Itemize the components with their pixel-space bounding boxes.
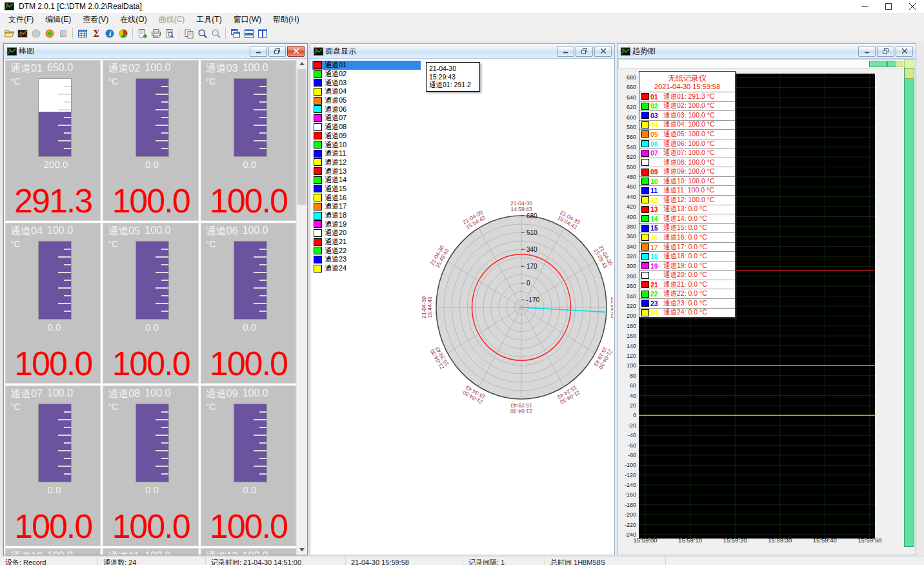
cascade-windows-icon[interactable]: [229, 27, 241, 39]
channel-list-item[interactable]: 通道16: [312, 193, 421, 202]
channel-list-item[interactable]: 通道02: [312, 70, 421, 79]
hscroll-thumb[interactable]: [869, 61, 887, 67]
trend-window-minimize-button[interactable]: [858, 46, 876, 57]
legend-channel-number: 15: [650, 224, 663, 232]
tile-vertical-icon[interactable]: [256, 27, 268, 39]
channel-list-item[interactable]: 通道08: [312, 123, 421, 132]
menu-item-2[interactable]: 编辑(E): [39, 13, 77, 26]
channel-list-item[interactable]: 通道10: [312, 140, 421, 149]
gauge-tick: [58, 450, 71, 451]
scroll-up-button[interactable]: [297, 59, 307, 68]
channel-list-item[interactable]: 通道18: [312, 211, 421, 220]
print-icon[interactable]: [150, 27, 162, 39]
channel-list-item[interactable]: 通道14: [312, 176, 421, 185]
data-table-icon[interactable]: [76, 27, 88, 39]
scrollbar-thumb[interactable]: [297, 69, 306, 205]
channel-list-item[interactable]: 通道11: [312, 149, 421, 158]
disc-window-titlebar[interactable]: 圆盘显示: [310, 44, 614, 59]
legend-color-swatch: [641, 272, 649, 279]
menu-item-8[interactable]: 帮助(H): [267, 13, 305, 26]
open-folder-icon[interactable]: [3, 27, 15, 39]
info-icon[interactable]: i: [103, 27, 115, 39]
vscroll-thumb[interactable]: [905, 68, 914, 79]
menu-item-6[interactable]: 工具(T): [190, 13, 227, 26]
channel-list-item[interactable]: 通道09: [312, 132, 421, 141]
bar-gauge: [136, 241, 169, 320]
menu-item-7[interactable]: 窗口(W): [228, 13, 267, 26]
channel-list-item[interactable]: 通道13: [312, 167, 421, 176]
legend-channel-value: 通道20: 0.0 °C: [663, 271, 707, 280]
channel-list-item[interactable]: 通道03: [312, 78, 421, 87]
bar-window-scrollbar[interactable]: [296, 59, 307, 555]
bar-window-restore-button[interactable]: [268, 46, 286, 57]
channel-list-item[interactable]: 通道04: [312, 87, 421, 96]
channel-list-item[interactable]: 通道17: [312, 202, 421, 211]
trend-window-close-button[interactable]: [896, 46, 913, 57]
record-active-icon[interactable]: [43, 27, 55, 39]
bar-window-minimize-button[interactable]: [250, 46, 267, 57]
legend-channel-value: 通道05: 100.0 °C: [663, 130, 715, 139]
legend-color-swatch: [641, 291, 649, 298]
bar-window-close-button[interactable]: [287, 46, 305, 57]
channel-list-item[interactable]: 通道01: [312, 61, 421, 70]
channel-list-item[interactable]: 通道06: [312, 105, 421, 114]
legend-color-swatch: [641, 281, 649, 288]
legend-channel-number: 11: [650, 187, 663, 194]
menu-item-1[interactable]: 文件(F): [3, 13, 39, 26]
legend-channel-number: 06: [650, 140, 663, 148]
channel-list-item[interactable]: 通道15: [312, 185, 421, 194]
window-icon: [621, 46, 630, 56]
hscroll-button[interactable]: [895, 61, 903, 67]
channel-list-item[interactable]: 通道19: [312, 220, 421, 229]
maximize-button[interactable]: [876, 0, 900, 13]
trend-vertical-scrollbar[interactable]: [904, 68, 914, 547]
menu-item-4[interactable]: 在线(O): [114, 13, 152, 26]
close-button[interactable]: [900, 0, 924, 13]
channel-list-item[interactable]: 通道21: [312, 238, 421, 247]
y-axis-tick: 20: [618, 402, 636, 409]
copy-icon[interactable]: [183, 27, 195, 39]
window-icon: [314, 46, 323, 56]
channel-list-item[interactable]: 通道24: [312, 264, 421, 273]
legend-channel-value: 通道11: 100.0 °C: [663, 186, 714, 195]
disc-window-minimize-button[interactable]: [557, 46, 574, 57]
menu-item-3[interactable]: 查看(V): [77, 13, 114, 26]
legend-timestamp: 2021-04-30 15:59:58: [639, 83, 735, 92]
trend-window-titlebar[interactable]: 趋势图: [618, 44, 916, 59]
channel-color-swatch: [314, 220, 322, 228]
gauge-tick: [58, 140, 71, 141]
bar-window-titlebar[interactable]: 棒图: [4, 44, 307, 59]
tooltip-date: 21-04-30: [429, 65, 477, 73]
svg-text:21-04-3015:34:43: 21-04-3015:34:43: [461, 384, 487, 406]
channel-list-item[interactable]: 通道07: [312, 114, 421, 123]
gauge-tick: [64, 249, 71, 250]
disc-window-restore-button[interactable]: [576, 46, 593, 57]
channel-list-item[interactable]: 通道20: [312, 229, 421, 238]
pie-chart-icon[interactable]: [117, 27, 129, 39]
realtime-data-icon[interactable]: [16, 27, 28, 39]
channel-label: 通道03: [206, 62, 238, 76]
trend-window-restore-button[interactable]: [877, 46, 894, 57]
gauge-tick: [259, 473, 266, 475]
channel-list-item[interactable]: 通道23: [312, 255, 421, 264]
channel-list-item[interactable]: 通道22: [312, 246, 421, 255]
legend-channel-value: 通道24: 0.0 °C: [663, 309, 707, 318]
tile-horizontal-icon[interactable]: [243, 27, 255, 39]
zoom-icon[interactable]: [196, 27, 208, 39]
channel-list-item[interactable]: 通道05: [312, 96, 421, 105]
channel-list-item[interactable]: 通道12: [312, 158, 421, 167]
statistics-sigma-icon[interactable]: Σ: [90, 27, 102, 39]
export-icon[interactable]: [136, 27, 148, 39]
trend-horizontal-scrollbar[interactable]: [618, 59, 905, 68]
menu-item-5: 曲线(C): [153, 13, 191, 26]
channel-color-swatch: [314, 203, 322, 211]
legend-channel-value: 通道08: 100.0 °C: [663, 158, 715, 167]
legend-color-swatch: [641, 187, 649, 194]
minimize-button[interactable]: [852, 0, 876, 13]
record-icon: [30, 27, 42, 39]
legend-channel-number: 16: [650, 234, 663, 241]
disc-window-close-button[interactable]: [594, 46, 612, 57]
legend-color-swatch: [641, 178, 649, 185]
scroll-down-button[interactable]: [297, 545, 307, 555]
print-preview-icon[interactable]: [163, 27, 176, 39]
